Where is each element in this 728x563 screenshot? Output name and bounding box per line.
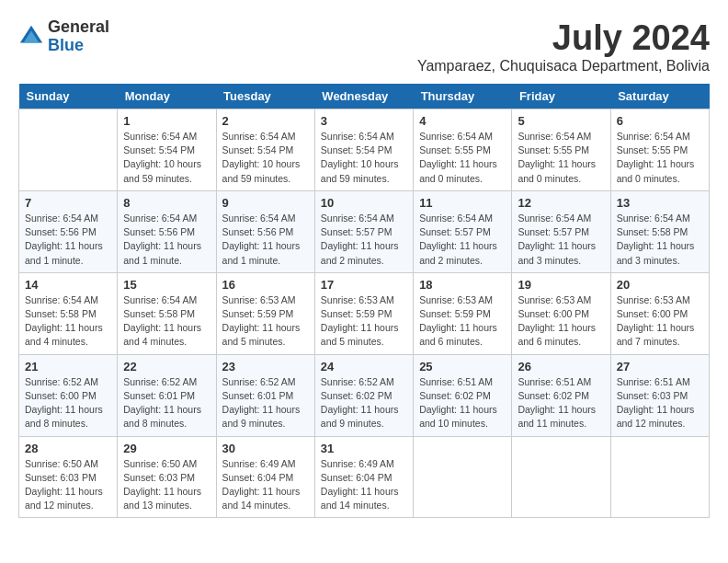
calendar-cell: 10Sunrise: 6:54 AM Sunset: 5:57 PM Dayli… <box>314 190 413 272</box>
day-info: Sunrise: 6:53 AM Sunset: 5:59 PM Dayligh… <box>419 293 506 350</box>
day-info: Sunrise: 6:54 AM Sunset: 5:57 PM Dayligh… <box>419 212 506 268</box>
day-info: Sunrise: 6:54 AM Sunset: 5:56 PM Dayligh… <box>25 212 111 268</box>
day-info: Sunrise: 6:54 AM Sunset: 5:54 PM Dayligh… <box>123 130 210 186</box>
calendar-cell: 6Sunrise: 6:54 AM Sunset: 5:55 PM Daylig… <box>610 109 709 191</box>
day-number: 18 <box>419 278 506 292</box>
page-header: General Blue July 2024 Yamparaez, Chuqui… <box>18 18 710 75</box>
day-info: Sunrise: 6:52 AM Sunset: 6:01 PM Dayligh… <box>123 375 210 431</box>
day-number: 8 <box>123 196 210 210</box>
day-info: Sunrise: 6:53 AM Sunset: 6:00 PM Dayligh… <box>617 293 703 350</box>
day-number: 22 <box>123 360 210 373</box>
day-info: Sunrise: 6:52 AM Sunset: 6:02 PM Dayligh… <box>321 375 407 431</box>
calendar-cell: 28Sunrise: 6:50 AM Sunset: 6:03 PM Dayli… <box>19 436 118 518</box>
day-number: 30 <box>222 442 309 455</box>
calendar-cell: 5Sunrise: 6:54 AM Sunset: 5:55 PM Daylig… <box>512 109 610 191</box>
calendar-cell: 3Sunrise: 6:54 AM Sunset: 5:54 PM Daylig… <box>314 109 413 191</box>
day-info: Sunrise: 6:53 AM Sunset: 5:59 PM Dayligh… <box>222 293 309 350</box>
calendar-cell: 13Sunrise: 6:54 AM Sunset: 5:58 PM Dayli… <box>610 190 709 272</box>
day-number: 24 <box>321 360 407 373</box>
day-number: 15 <box>123 278 210 292</box>
day-info: Sunrise: 6:50 AM Sunset: 6:03 PM Dayligh… <box>123 457 210 513</box>
calendar-cell: 19Sunrise: 6:53 AM Sunset: 6:00 PM Dayli… <box>512 272 610 354</box>
calendar-week-row: 7Sunrise: 6:54 AM Sunset: 5:56 PM Daylig… <box>19 190 710 272</box>
calendar-cell: 9Sunrise: 6:54 AM Sunset: 5:56 PM Daylig… <box>216 190 314 272</box>
day-number: 14 <box>25 278 111 292</box>
day-header-tuesday: Tuesday <box>216 84 314 109</box>
day-number: 17 <box>321 278 407 292</box>
title-area: July 2024 Yamparaez, Chuquisaca Departme… <box>417 18 710 75</box>
day-number: 6 <box>617 114 703 128</box>
day-header-saturday: Saturday <box>610 84 709 109</box>
calendar-cell: 12Sunrise: 6:54 AM Sunset: 5:57 PM Dayli… <box>512 190 610 272</box>
day-number: 7 <box>25 196 111 210</box>
day-info: Sunrise: 6:51 AM Sunset: 6:03 PM Dayligh… <box>617 375 703 431</box>
calendar-cell: 17Sunrise: 6:53 AM Sunset: 5:59 PM Dayli… <box>314 272 413 354</box>
day-number: 31 <box>321 442 407 455</box>
day-number: 10 <box>321 196 407 210</box>
calendar-week-row: 1Sunrise: 6:54 AM Sunset: 5:54 PM Daylig… <box>19 109 710 191</box>
day-number: 3 <box>321 114 407 128</box>
day-info: Sunrise: 6:54 AM Sunset: 5:54 PM Dayligh… <box>321 130 407 186</box>
day-number: 19 <box>518 278 604 292</box>
calendar-cell: 11Sunrise: 6:54 AM Sunset: 5:57 PM Dayli… <box>414 190 512 272</box>
month-year-title: July 2024 <box>417 18 710 58</box>
day-number: 5 <box>518 114 604 128</box>
day-info: Sunrise: 6:53 AM Sunset: 5:59 PM Dayligh… <box>321 293 407 350</box>
day-info: Sunrise: 6:54 AM Sunset: 5:58 PM Dayligh… <box>123 293 210 350</box>
day-number: 27 <box>617 360 703 373</box>
day-number: 13 <box>617 196 703 210</box>
day-number: 26 <box>518 360 604 373</box>
day-info: Sunrise: 6:52 AM Sunset: 6:01 PM Dayligh… <box>222 375 309 431</box>
day-header-friday: Friday <box>512 84 610 109</box>
day-info: Sunrise: 6:54 AM Sunset: 5:57 PM Dayligh… <box>321 212 407 268</box>
day-info: Sunrise: 6:51 AM Sunset: 6:02 PM Dayligh… <box>419 375 506 431</box>
calendar-cell: 22Sunrise: 6:52 AM Sunset: 6:01 PM Dayli… <box>118 354 216 436</box>
day-info: Sunrise: 6:54 AM Sunset: 5:55 PM Dayligh… <box>419 130 506 186</box>
calendar-cell: 8Sunrise: 6:54 AM Sunset: 5:56 PM Daylig… <box>118 190 216 272</box>
calendar-cell: 18Sunrise: 6:53 AM Sunset: 5:59 PM Dayli… <box>414 272 512 354</box>
calendar-cell <box>512 436 610 518</box>
calendar-week-row: 21Sunrise: 6:52 AM Sunset: 6:00 PM Dayli… <box>19 354 710 436</box>
calendar-header-row: SundayMondayTuesdayWednesdayThursdayFrid… <box>19 84 710 109</box>
day-info: Sunrise: 6:54 AM Sunset: 5:55 PM Dayligh… <box>518 130 604 186</box>
day-number: 21 <box>25 360 111 373</box>
calendar-cell: 24Sunrise: 6:52 AM Sunset: 6:02 PM Dayli… <box>314 354 413 436</box>
day-info: Sunrise: 6:52 AM Sunset: 6:00 PM Dayligh… <box>25 375 111 431</box>
calendar-cell: 31Sunrise: 6:49 AM Sunset: 6:04 PM Dayli… <box>314 436 413 518</box>
logo-general-text: General <box>48 18 109 37</box>
day-info: Sunrise: 6:54 AM Sunset: 5:54 PM Dayligh… <box>222 130 309 186</box>
calendar-cell: 23Sunrise: 6:52 AM Sunset: 6:01 PM Dayli… <box>216 354 314 436</box>
day-header-monday: Monday <box>118 84 216 109</box>
calendar-cell <box>414 436 512 518</box>
calendar-cell: 14Sunrise: 6:54 AM Sunset: 5:58 PM Dayli… <box>19 272 118 354</box>
day-number: 2 <box>222 114 309 128</box>
day-number: 12 <box>518 196 604 210</box>
calendar-cell: 27Sunrise: 6:51 AM Sunset: 6:03 PM Dayli… <box>610 354 709 436</box>
day-info: Sunrise: 6:54 AM Sunset: 5:55 PM Dayligh… <box>617 130 703 186</box>
day-info: Sunrise: 6:54 AM Sunset: 5:57 PM Dayligh… <box>518 212 604 268</box>
calendar-week-row: 28Sunrise: 6:50 AM Sunset: 6:03 PM Dayli… <box>19 436 710 518</box>
calendar-cell: 4Sunrise: 6:54 AM Sunset: 5:55 PM Daylig… <box>414 109 512 191</box>
day-number: 1 <box>123 114 210 128</box>
day-number: 29 <box>123 442 210 455</box>
calendar-cell <box>610 436 709 518</box>
day-info: Sunrise: 6:51 AM Sunset: 6:02 PM Dayligh… <box>518 375 604 431</box>
calendar-cell: 15Sunrise: 6:54 AM Sunset: 5:58 PM Dayli… <box>118 272 216 354</box>
calendar-cell: 30Sunrise: 6:49 AM Sunset: 6:04 PM Dayli… <box>216 436 314 518</box>
calendar-table: SundayMondayTuesdayWednesdayThursdayFrid… <box>18 84 710 518</box>
location-subtitle: Yamparaez, Chuquisaca Department, Bolivi… <box>417 58 710 75</box>
calendar-cell: 16Sunrise: 6:53 AM Sunset: 5:59 PM Dayli… <box>216 272 314 354</box>
logo-blue-text: Blue <box>48 37 109 55</box>
day-header-thursday: Thursday <box>414 84 512 109</box>
calendar-cell: 1Sunrise: 6:54 AM Sunset: 5:54 PM Daylig… <box>118 109 216 191</box>
day-number: 4 <box>419 114 506 128</box>
calendar-cell: 26Sunrise: 6:51 AM Sunset: 6:02 PM Dayli… <box>512 354 610 436</box>
day-info: Sunrise: 6:49 AM Sunset: 6:04 PM Dayligh… <box>222 457 309 513</box>
day-header-wednesday: Wednesday <box>314 84 413 109</box>
day-number: 9 <box>222 196 309 210</box>
calendar-cell: 29Sunrise: 6:50 AM Sunset: 6:03 PM Dayli… <box>118 436 216 518</box>
day-info: Sunrise: 6:54 AM Sunset: 5:58 PM Dayligh… <box>25 293 111 350</box>
calendar-cell <box>19 109 118 191</box>
calendar-week-row: 14Sunrise: 6:54 AM Sunset: 5:58 PM Dayli… <box>19 272 710 354</box>
calendar-cell: 2Sunrise: 6:54 AM Sunset: 5:54 PM Daylig… <box>216 109 314 191</box>
